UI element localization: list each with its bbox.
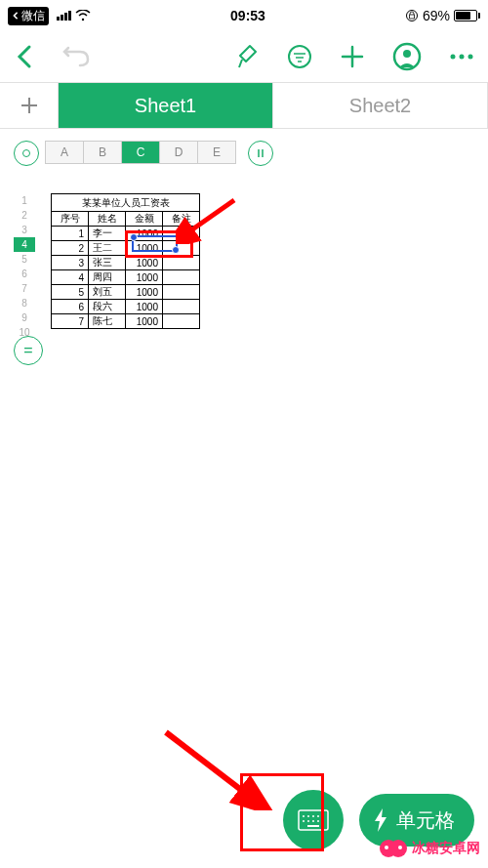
select-all-button[interactable] [14, 141, 39, 166]
tab-sheet2[interactable]: Sheet2 [273, 83, 488, 128]
watermark: 冰糖安卓网 [379, 837, 480, 860]
svg-point-0 [82, 19, 84, 21]
status-right: 69% [405, 8, 480, 23]
back-button[interactable] [14, 43, 35, 70]
battery-icon [454, 10, 480, 21]
col-header-c[interactable]: C [121, 141, 160, 164]
row-num-5[interactable]: 5 [14, 252, 35, 267]
row-num-3[interactable]: 3 [14, 223, 35, 237]
row-num-4[interactable]: 4 [14, 237, 35, 252]
annotation-arrow-cell [176, 195, 244, 244]
svg-point-16 [303, 820, 305, 822]
row-num-6[interactable]: 6 [14, 267, 35, 281]
back-to-app[interactable]: 微信 [8, 7, 49, 25]
svg-point-24 [389, 840, 407, 857]
svg-point-26 [398, 846, 402, 849]
column-headers: A B C D E [45, 141, 236, 164]
spreadsheet-grid: 1 2 3 4 5 6 7 8 9 10 某某单位人员工资表 序号 姓名 金额 … [14, 193, 488, 340]
svg-point-5 [451, 55, 456, 60]
lightning-icon [373, 808, 388, 832]
hdr-no[interactable]: 序号 [52, 212, 89, 227]
row-num-2[interactable]: 2 [14, 208, 35, 223]
svg-point-6 [460, 55, 465, 60]
svg-point-14 [317, 815, 319, 817]
row-num-9[interactable]: 9 [14, 310, 35, 325]
table-row: 3张三1000 [52, 256, 200, 270]
row-num-7[interactable]: 7 [14, 281, 35, 296]
table-row: 6段六1000 [52, 300, 200, 314]
more-button[interactable] [449, 53, 474, 61]
battery-pct: 69% [423, 8, 450, 23]
tab-sheet1[interactable]: Sheet1 [59, 83, 273, 128]
row-num-1[interactable]: 1 [14, 193, 35, 208]
status-left: 微信 [8, 7, 91, 25]
col-header-a[interactable]: A [45, 141, 84, 164]
keyboard-icon [298, 809, 329, 831]
table-row: 7陈七1000 [52, 314, 200, 329]
formula-button[interactable]: = [14, 336, 43, 365]
annotation-arrow-keyboard [156, 723, 273, 810]
col-header-d[interactable]: D [159, 141, 198, 164]
svg-point-11 [303, 815, 305, 817]
col-header-b[interactable]: B [83, 141, 122, 164]
hdr-amount[interactable]: 金额 [126, 212, 163, 227]
column-header-area: A B C D E [0, 129, 488, 178]
hdr-name[interactable]: 姓名 [89, 212, 126, 227]
svg-point-25 [385, 846, 388, 849]
profile-button[interactable] [392, 42, 422, 71]
add-sheet-button[interactable] [0, 83, 59, 128]
back-app-label: 微信 [21, 8, 45, 24]
keyboard-fab[interactable] [283, 790, 344, 850]
add-button[interactable] [340, 44, 365, 69]
svg-point-4 [403, 50, 411, 58]
wifi-icon [75, 10, 91, 21]
watermark-icon [379, 837, 408, 860]
status-bar: 微信 09:53 69% [0, 0, 488, 31]
svg-point-20 [322, 820, 324, 822]
svg-point-19 [317, 820, 319, 822]
format-brush-button[interactable] [236, 44, 260, 69]
row-num-8[interactable]: 8 [14, 296, 35, 310]
pause-button[interactable] [248, 141, 273, 166]
svg-rect-21 [307, 825, 319, 827]
signal-icon [57, 11, 71, 21]
filter-button[interactable] [287, 44, 312, 69]
svg-line-22 [166, 732, 249, 796]
orientation-lock-icon [405, 9, 419, 22]
svg-point-7 [468, 55, 473, 60]
svg-line-9 [185, 200, 234, 234]
table-row: 4周四1000 [52, 270, 200, 285]
svg-point-18 [312, 820, 314, 822]
app-toolbar [0, 31, 488, 82]
svg-point-15 [322, 815, 324, 817]
cell-fab-label: 单元格 [396, 807, 455, 834]
svg-point-17 [307, 820, 309, 822]
row-numbers: 1 2 3 4 5 6 7 8 9 10 [14, 193, 35, 340]
sheet-tabs: Sheet1 Sheet2 [0, 82, 488, 129]
table-row: 5刘五1000 [52, 285, 200, 300]
svg-point-12 [307, 815, 309, 817]
svg-point-8 [23, 150, 30, 157]
col-header-e[interactable]: E [197, 141, 236, 164]
svg-point-13 [312, 815, 314, 817]
status-time: 09:53 [230, 8, 265, 23]
svg-point-2 [289, 46, 310, 67]
watermark-text: 冰糖安卓网 [412, 840, 480, 857]
undo-button[interactable] [62, 46, 92, 67]
